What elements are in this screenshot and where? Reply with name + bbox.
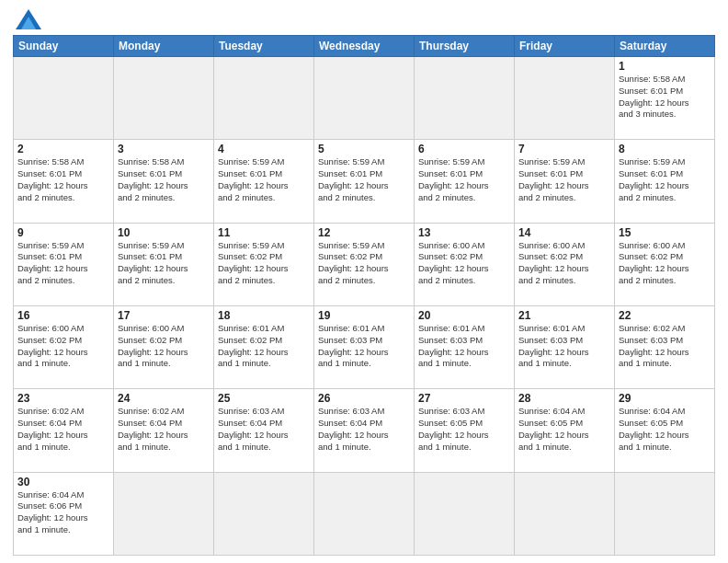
calendar-day-cell bbox=[415, 472, 515, 555]
page: SundayMondayTuesdayWednesdayThursdayFrid… bbox=[0, 0, 728, 563]
calendar-day-cell: 10Sunrise: 5:59 AMSunset: 6:01 PMDayligh… bbox=[114, 223, 214, 305]
calendar-day-cell: 19Sunrise: 6:01 AMSunset: 6:03 PMDayligh… bbox=[314, 305, 415, 388]
calendar-day-cell: 4Sunrise: 5:59 AMSunset: 6:01 PMDaylight… bbox=[214, 140, 314, 223]
calendar-day-cell: 22Sunrise: 6:02 AMSunset: 6:03 PMDayligh… bbox=[615, 305, 715, 388]
calendar-day-cell: 26Sunrise: 6:03 AMSunset: 6:04 PMDayligh… bbox=[314, 389, 415, 472]
day-info: Sunrise: 5:59 AMSunset: 6:01 PMDaylight:… bbox=[17, 240, 109, 287]
day-number: 7 bbox=[518, 143, 610, 155]
calendar-day-cell: 24Sunrise: 6:02 AMSunset: 6:04 PMDayligh… bbox=[114, 389, 214, 472]
calendar-day-cell bbox=[114, 57, 214, 140]
weekday-header: Friday bbox=[515, 36, 615, 57]
calendar-day-cell bbox=[615, 472, 715, 555]
calendar-table: SundayMondayTuesdayWednesdayThursdayFrid… bbox=[13, 35, 715, 556]
calendar-week-row: 23Sunrise: 6:02 AMSunset: 6:04 PMDayligh… bbox=[14, 389, 715, 472]
weekday-header: Sunday bbox=[14, 36, 114, 57]
day-number: 10 bbox=[118, 226, 210, 239]
header bbox=[13, 9, 715, 29]
day-number: 4 bbox=[218, 143, 310, 155]
calendar-day-cell: 15Sunrise: 6:00 AMSunset: 6:02 PMDayligh… bbox=[615, 223, 715, 305]
day-info: Sunrise: 5:58 AMSunset: 6:01 PMDaylight:… bbox=[118, 156, 210, 203]
day-info: Sunrise: 5:59 AMSunset: 6:01 PMDaylight:… bbox=[418, 156, 510, 203]
day-number: 27 bbox=[418, 392, 510, 405]
day-number: 2 bbox=[17, 143, 109, 155]
calendar-day-cell: 1Sunrise: 5:58 AMSunset: 6:01 PMDaylight… bbox=[615, 57, 715, 140]
day-info: Sunrise: 6:04 AMSunset: 6:05 PMDaylight:… bbox=[619, 406, 711, 453]
calendar-day-cell: 9Sunrise: 5:59 AMSunset: 6:01 PMDaylight… bbox=[14, 223, 114, 305]
day-info: Sunrise: 6:03 AMSunset: 6:04 PMDaylight:… bbox=[218, 406, 310, 453]
day-info: Sunrise: 6:04 AMSunset: 6:06 PMDaylight:… bbox=[17, 489, 109, 536]
calendar-day-cell: 25Sunrise: 6:03 AMSunset: 6:04 PMDayligh… bbox=[214, 389, 314, 472]
calendar-header-row: SundayMondayTuesdayWednesdayThursdayFrid… bbox=[14, 36, 715, 57]
day-number: 14 bbox=[518, 226, 610, 239]
day-number: 1 bbox=[619, 60, 711, 73]
day-info: Sunrise: 6:02 AMSunset: 6:04 PMDaylight:… bbox=[118, 406, 210, 453]
calendar-week-row: 9Sunrise: 5:59 AMSunset: 6:01 PMDaylight… bbox=[14, 223, 715, 305]
calendar-day-cell: 13Sunrise: 6:00 AMSunset: 6:02 PMDayligh… bbox=[415, 223, 515, 305]
day-info: Sunrise: 6:03 AMSunset: 6:05 PMDaylight:… bbox=[418, 406, 510, 453]
calendar-day-cell: 28Sunrise: 6:04 AMSunset: 6:05 PMDayligh… bbox=[515, 389, 615, 472]
day-number: 18 bbox=[218, 309, 310, 322]
day-info: Sunrise: 6:01 AMSunset: 6:03 PMDaylight:… bbox=[518, 323, 610, 370]
calendar-week-row: 2Sunrise: 5:58 AMSunset: 6:01 PMDaylight… bbox=[14, 140, 715, 223]
day-info: Sunrise: 6:03 AMSunset: 6:04 PMDaylight:… bbox=[318, 406, 410, 453]
calendar-week-row: 16Sunrise: 6:00 AMSunset: 6:02 PMDayligh… bbox=[14, 305, 715, 388]
calendar-day-cell: 2Sunrise: 5:58 AMSunset: 6:01 PMDaylight… bbox=[14, 140, 114, 223]
day-number: 20 bbox=[418, 309, 510, 322]
day-info: Sunrise: 5:58 AMSunset: 6:01 PMDaylight:… bbox=[619, 74, 711, 121]
day-number: 11 bbox=[218, 226, 310, 239]
day-info: Sunrise: 6:00 AMSunset: 6:02 PMDaylight:… bbox=[518, 240, 610, 287]
weekday-header: Monday bbox=[114, 36, 214, 57]
day-info: Sunrise: 5:58 AMSunset: 6:01 PMDaylight:… bbox=[17, 156, 109, 203]
day-number: 25 bbox=[218, 392, 310, 405]
calendar-day-cell bbox=[214, 57, 314, 140]
day-info: Sunrise: 5:59 AMSunset: 6:01 PMDaylight:… bbox=[118, 240, 210, 287]
calendar-day-cell: 27Sunrise: 6:03 AMSunset: 6:05 PMDayligh… bbox=[415, 389, 515, 472]
day-info: Sunrise: 6:00 AMSunset: 6:02 PMDaylight:… bbox=[418, 240, 510, 287]
day-info: Sunrise: 6:04 AMSunset: 6:05 PMDaylight:… bbox=[518, 406, 610, 453]
day-number: 28 bbox=[518, 392, 610, 405]
day-info: Sunrise: 6:00 AMSunset: 6:02 PMDaylight:… bbox=[17, 323, 109, 370]
calendar-week-row: 1Sunrise: 5:58 AMSunset: 6:01 PMDaylight… bbox=[14, 57, 715, 140]
day-info: Sunrise: 6:01 AMSunset: 6:02 PMDaylight:… bbox=[218, 323, 310, 370]
calendar-day-cell: 21Sunrise: 6:01 AMSunset: 6:03 PMDayligh… bbox=[515, 305, 615, 388]
day-number: 29 bbox=[619, 392, 711, 405]
day-number: 13 bbox=[418, 226, 510, 239]
calendar-body: 1Sunrise: 5:58 AMSunset: 6:01 PMDaylight… bbox=[14, 57, 715, 556]
day-info: Sunrise: 6:01 AMSunset: 6:03 PMDaylight:… bbox=[418, 323, 510, 370]
calendar-day-cell: 8Sunrise: 5:59 AMSunset: 6:01 PMDaylight… bbox=[615, 140, 715, 223]
day-number: 8 bbox=[619, 143, 711, 155]
calendar-day-cell: 11Sunrise: 5:59 AMSunset: 6:02 PMDayligh… bbox=[214, 223, 314, 305]
day-number: 15 bbox=[619, 226, 711, 239]
calendar-day-cell bbox=[314, 57, 415, 140]
day-number: 30 bbox=[17, 476, 109, 488]
calendar-day-cell bbox=[515, 472, 615, 555]
calendar-day-cell bbox=[415, 57, 515, 140]
day-info: Sunrise: 5:59 AMSunset: 6:01 PMDaylight:… bbox=[619, 156, 711, 203]
day-number: 22 bbox=[619, 309, 711, 322]
calendar-day-cell bbox=[314, 472, 415, 555]
calendar-day-cell: 3Sunrise: 5:58 AMSunset: 6:01 PMDaylight… bbox=[114, 140, 214, 223]
calendar-day-cell: 14Sunrise: 6:00 AMSunset: 6:02 PMDayligh… bbox=[515, 223, 615, 305]
calendar-week-row: 30Sunrise: 6:04 AMSunset: 6:06 PMDayligh… bbox=[14, 472, 715, 555]
logo-icon bbox=[16, 9, 41, 29]
day-info: Sunrise: 5:59 AMSunset: 6:01 PMDaylight:… bbox=[318, 156, 410, 203]
day-number: 21 bbox=[518, 309, 610, 322]
day-number: 6 bbox=[418, 143, 510, 155]
calendar-day-cell: 20Sunrise: 6:01 AMSunset: 6:03 PMDayligh… bbox=[415, 305, 515, 388]
calendar-day-cell: 16Sunrise: 6:00 AMSunset: 6:02 PMDayligh… bbox=[14, 305, 114, 388]
calendar-day-cell: 17Sunrise: 6:00 AMSunset: 6:02 PMDayligh… bbox=[114, 305, 214, 388]
day-number: 9 bbox=[17, 226, 109, 239]
day-number: 26 bbox=[318, 392, 410, 405]
day-info: Sunrise: 5:59 AMSunset: 6:02 PMDaylight:… bbox=[218, 240, 310, 287]
day-info: Sunrise: 6:00 AMSunset: 6:02 PMDaylight:… bbox=[118, 323, 210, 370]
calendar-day-cell: 12Sunrise: 5:59 AMSunset: 6:02 PMDayligh… bbox=[314, 223, 415, 305]
day-number: 17 bbox=[118, 309, 210, 322]
day-info: Sunrise: 6:01 AMSunset: 6:03 PMDaylight:… bbox=[318, 323, 410, 370]
day-number: 5 bbox=[318, 143, 410, 155]
calendar-day-cell: 7Sunrise: 5:59 AMSunset: 6:01 PMDaylight… bbox=[515, 140, 615, 223]
day-info: Sunrise: 6:00 AMSunset: 6:02 PMDaylight:… bbox=[619, 240, 711, 287]
day-number: 12 bbox=[318, 226, 410, 239]
calendar-day-cell: 30Sunrise: 6:04 AMSunset: 6:06 PMDayligh… bbox=[14, 472, 114, 555]
day-number: 19 bbox=[318, 309, 410, 322]
day-info: Sunrise: 5:59 AMSunset: 6:01 PMDaylight:… bbox=[218, 156, 310, 203]
